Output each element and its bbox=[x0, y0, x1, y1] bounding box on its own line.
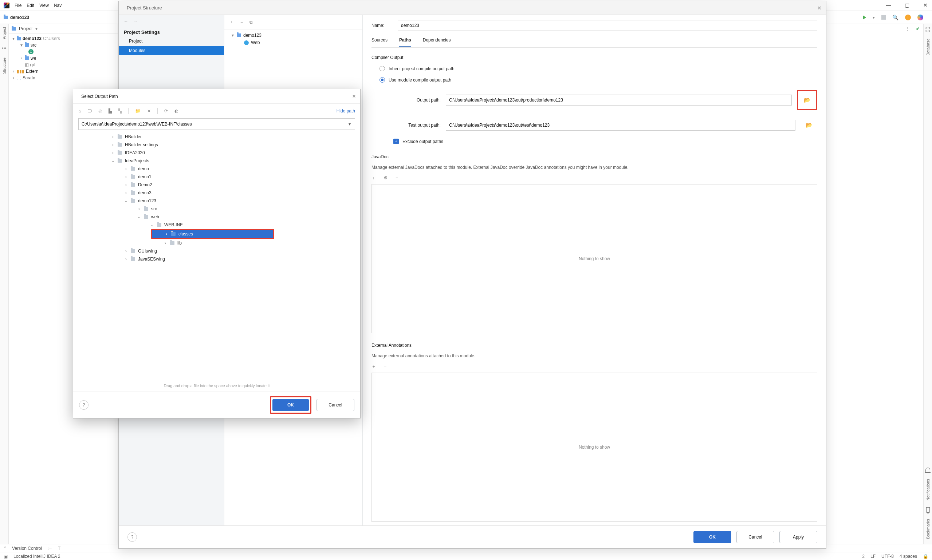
module-name-input[interactable] bbox=[398, 20, 817, 31]
project-tree[interactable]: ▾ demo123 C:\Users ▾ src C › we bbox=[9, 34, 118, 83]
output-path-input[interactable] bbox=[446, 95, 792, 106]
project-icon[interactable]: ◎ bbox=[98, 108, 102, 114]
stop-icon[interactable] bbox=[881, 15, 886, 20]
tree-node[interactable]: Demo2 bbox=[138, 182, 152, 188]
maximize-icon[interactable]: ▢ bbox=[905, 2, 909, 8]
tree-node[interactable]: git bbox=[30, 62, 35, 67]
tool-database[interactable]: Database bbox=[926, 38, 930, 56]
chevron-right-icon[interactable]: › bbox=[20, 56, 23, 61]
tree-node[interactable]: GUIswing bbox=[138, 249, 157, 254]
back-icon[interactable]: ← bbox=[124, 18, 128, 24]
folder-tree[interactable]: ›HBuilder ›HBuilder settings ›IDEA2020 ⌄… bbox=[78, 133, 359, 382]
tree-root[interactable]: demo123 bbox=[23, 36, 42, 41]
close-icon[interactable]: ✕ bbox=[817, 5, 822, 11]
chevron-right-icon[interactable]: › bbox=[124, 182, 128, 188]
chevron-right-icon[interactable]: › bbox=[124, 174, 128, 179]
desktop-icon[interactable]: 🖵 bbox=[87, 108, 92, 114]
dialog-titlebar[interactable]: Select Output Path ✕ bbox=[73, 89, 360, 104]
chevron-right-icon[interactable]: › bbox=[12, 69, 15, 74]
tree-node[interactable]: IdeaProjects bbox=[125, 158, 149, 163]
chevron-right-icon[interactable]: › bbox=[124, 257, 128, 262]
refresh-icon[interactable]: ⟳ bbox=[164, 108, 168, 114]
add-url-icon[interactable]: ⊕ bbox=[384, 175, 387, 181]
sidebar-item-project[interactable]: Project bbox=[119, 36, 224, 46]
copy-icon[interactable]: ⧉ bbox=[250, 20, 253, 25]
exclude-output-checkbox[interactable]: ✓ Exclude output paths bbox=[393, 138, 817, 144]
add-icon[interactable]: ＋ bbox=[372, 175, 376, 181]
tool-bookmarks[interactable]: Bookmarks bbox=[926, 519, 930, 539]
tree-node[interactable]: IDEA2020 bbox=[125, 150, 145, 155]
close-icon[interactable]: ✕ bbox=[352, 94, 356, 99]
more-icon[interactable]: ⋮ bbox=[905, 26, 909, 31]
git-branch-icon[interactable]: ᛘ bbox=[4, 546, 6, 551]
chevron-right-icon[interactable]: › bbox=[124, 249, 128, 254]
chevron-right-icon[interactable]: › bbox=[124, 190, 128, 195]
close-icon[interactable]: ✕ bbox=[923, 2, 927, 8]
remove-icon[interactable]: − bbox=[395, 175, 398, 181]
menu-navigate[interactable]: Nav bbox=[54, 3, 62, 8]
tree-node[interactable]: JavaSESwing bbox=[138, 257, 165, 262]
chevron-down-icon[interactable]: ▾ bbox=[20, 43, 23, 48]
breadcrumb[interactable]: demo123 bbox=[4, 15, 29, 20]
run-icon[interactable] bbox=[863, 15, 866, 20]
sidebar-item-modules[interactable]: Modules bbox=[119, 46, 224, 55]
menu-file[interactable]: File bbox=[15, 3, 22, 8]
chevron-right-icon[interactable]: › bbox=[12, 75, 15, 80]
tree-node[interactable]: demo bbox=[138, 166, 149, 171]
chevron-right-icon[interactable]: › bbox=[137, 206, 141, 211]
chevron-right-icon[interactable]: › bbox=[124, 166, 128, 171]
status-encoding[interactable]: UTF-8 bbox=[881, 554, 894, 559]
tree-node[interactable]: src bbox=[31, 43, 36, 48]
content-root-icon[interactable]: ▚ bbox=[118, 108, 122, 114]
browse-output-button[interactable]: 📂 bbox=[799, 92, 815, 108]
annotations-list[interactable]: Nothing to show bbox=[372, 372, 817, 522]
tree-node[interactable]: web bbox=[151, 214, 159, 219]
path-combobox[interactable]: ▾ bbox=[78, 118, 355, 130]
run-dropdown-icon[interactable]: ▾ bbox=[873, 15, 875, 20]
tree-node[interactable]: src bbox=[151, 206, 157, 211]
module-icon[interactable]: ▙ bbox=[108, 108, 112, 114]
path-input[interactable] bbox=[79, 118, 344, 129]
tree-node[interactable]: lib bbox=[177, 240, 182, 246]
add-icon[interactable]: ＋ bbox=[372, 363, 376, 370]
help-button[interactable]: ? bbox=[79, 400, 88, 410]
remove-icon[interactable]: − bbox=[241, 20, 243, 25]
terminal-icon[interactable]: ▣ bbox=[4, 554, 8, 559]
show-hidden-icon[interactable]: ◐ bbox=[174, 108, 178, 114]
status-version-control[interactable]: Version Control bbox=[12, 546, 42, 551]
tab-paths[interactable]: Paths bbox=[399, 36, 411, 47]
tree-node[interactable]: demo123 bbox=[138, 198, 156, 203]
help-button[interactable]: ? bbox=[128, 532, 137, 542]
home-icon[interactable]: ⌂ bbox=[78, 108, 81, 114]
tool-notifications[interactable]: Notifications bbox=[926, 479, 930, 501]
radio-inherit[interactable]: Inherit project compile output path bbox=[380, 66, 817, 71]
add-icon[interactable]: ＋ bbox=[230, 19, 234, 25]
hide-path-link[interactable]: Hide path bbox=[336, 108, 355, 114]
readonly-icon[interactable]: 🔒 bbox=[923, 554, 928, 559]
cancel-button[interactable]: Cancel bbox=[736, 531, 774, 543]
tree-node[interactable]: HBuilder settings bbox=[125, 142, 158, 148]
remove-icon[interactable]: − bbox=[384, 363, 386, 370]
radio-icon[interactable] bbox=[380, 66, 385, 71]
javadoc-list[interactable]: Nothing to show bbox=[372, 184, 817, 333]
tab-dependencies[interactable]: Dependencies bbox=[423, 36, 451, 47]
radio-icon[interactable] bbox=[380, 77, 385, 83]
tree-node[interactable]: WEB-INF bbox=[164, 222, 183, 228]
update-icon[interactable]: ↑ bbox=[905, 15, 911, 20]
project-panel-header[interactable]: Project ▾ bbox=[9, 24, 118, 34]
tree-node[interactable]: we bbox=[31, 56, 36, 61]
bell-icon[interactable] bbox=[926, 468, 930, 472]
bookmark-icon[interactable] bbox=[926, 507, 930, 512]
ide-logo-icon[interactable] bbox=[917, 15, 923, 20]
test-output-path-input[interactable] bbox=[446, 120, 795, 131]
tool-structure[interactable]: Structure bbox=[2, 57, 6, 74]
ok-button[interactable]: OK bbox=[272, 399, 309, 411]
chevron-down-icon[interactable]: ▾ bbox=[35, 26, 37, 31]
tool-project[interactable]: Project bbox=[2, 27, 6, 39]
delete-icon[interactable]: ✕ bbox=[147, 108, 151, 114]
browse-test-output-button[interactable]: 📂 bbox=[801, 117, 817, 133]
ok-button[interactable]: OK bbox=[693, 531, 731, 543]
tree-node-selected[interactable]: ›classes bbox=[152, 230, 273, 238]
new-folder-icon[interactable]: 📁 bbox=[135, 108, 140, 114]
chevron-down-icon[interactable]: ▾ bbox=[12, 36, 15, 41]
